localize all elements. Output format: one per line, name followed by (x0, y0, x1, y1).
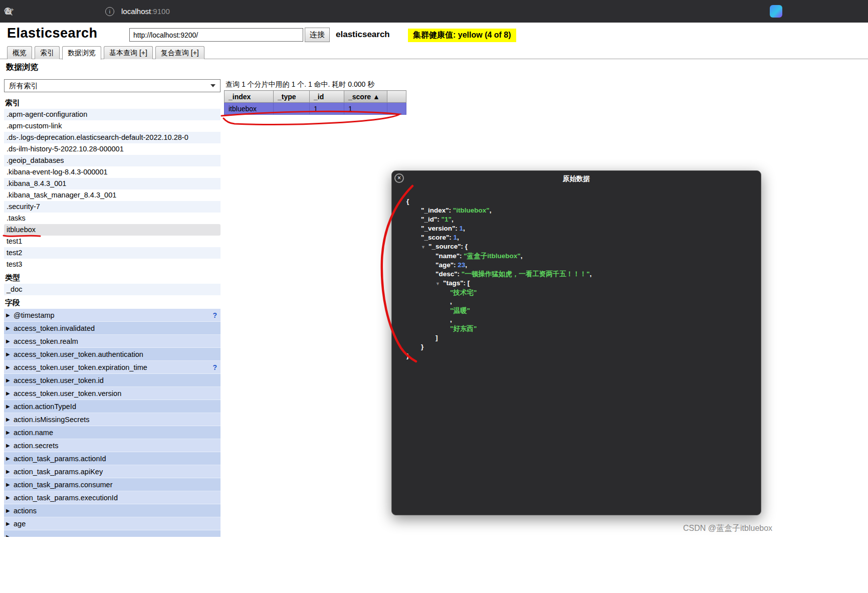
index-item[interactable]: test1 (4, 236, 221, 247)
site-info-icon[interactable]: i (105, 7, 114, 16)
field-item[interactable]: ▶ (4, 530, 221, 537)
column-header[interactable]: _type (274, 91, 310, 103)
expand-icon[interactable]: ▶ (6, 417, 14, 422)
url-text[interactable]: localhost:9100 (121, 7, 170, 16)
add-favorite-icon[interactable]: ☆+ (0, 0, 17, 23)
field-label: action.name (14, 429, 217, 437)
field-label: actions (14, 507, 217, 515)
index-item[interactable]: .security-7 (4, 201, 221, 213)
field-item[interactable]: ▶action_task_params.actionId (4, 452, 221, 465)
json-line: "_score": 1, (406, 233, 757, 242)
chevron-down-icon (210, 84, 215, 87)
index-item[interactable]: .geoip_databases (4, 155, 221, 166)
json-line: "_id": "1", (406, 215, 757, 224)
index-filter-select[interactable]: 所有索引 (4, 79, 221, 92)
tab-overview[interactable]: 概览 (7, 46, 32, 59)
expand-icon[interactable]: ▶ (6, 482, 14, 487)
field-item[interactable]: ▶access_token.user_token.expiration_time… (4, 361, 221, 374)
help-link[interactable]: ? (212, 311, 217, 319)
index-item[interactable]: .tasks (4, 213, 221, 224)
collapse-icon[interactable]: ▼ (436, 279, 443, 288)
index-item[interactable]: test2 (4, 247, 221, 259)
tab-compound-query[interactable]: 复合查询 [+] (155, 46, 204, 59)
expand-icon[interactable]: ▶ (6, 430, 14, 435)
index-item[interactable]: .kibana_8.4.3_001 (4, 178, 221, 189)
expand-icon[interactable]: ▶ (6, 534, 14, 537)
column-header[interactable]: _id (310, 91, 344, 103)
result-cell[interactable]: 1 (310, 103, 344, 115)
field-label: action_task_params.apiKey (14, 468, 217, 476)
field-item[interactable]: ▶actions (4, 504, 221, 517)
field-item[interactable]: ▶access_token.user_token.version (4, 387, 221, 400)
field-label: access_token.user_token.authentication (14, 350, 217, 358)
expand-icon[interactable]: ▶ (6, 443, 14, 448)
connect-button[interactable]: 连接 (305, 28, 330, 42)
column-header[interactable] (387, 91, 406, 103)
result-cell[interactable]: 1 (344, 103, 387, 115)
field-label: action.isMissingSecrets (14, 416, 217, 424)
json-line: { (406, 197, 757, 206)
help-link[interactable]: ? (212, 363, 217, 371)
column-header[interactable]: _score ▲ (344, 91, 387, 103)
field-item[interactable]: ▶access_token.user_token.authentication (4, 348, 221, 361)
field-item[interactable]: ▶age (4, 517, 221, 530)
index-item[interactable]: itbluebox (4, 224, 221, 236)
index-item[interactable]: .apm-agent-configuration (4, 109, 221, 120)
json-line: "age": 23, (406, 261, 757, 270)
tab-basic-query[interactable]: 基本查询 [+] (104, 46, 153, 59)
result-cell[interactable]: itbluebox (225, 103, 274, 115)
result-cell[interactable] (274, 103, 310, 115)
url-port: :9100 (151, 7, 170, 16)
browser-sidebar-icon[interactable] (770, 5, 782, 18)
type-list: _doc (4, 284, 221, 295)
column-header[interactable]: _index (225, 91, 274, 103)
close-icon[interactable]: × (394, 173, 404, 183)
connect-url-input[interactable] (129, 28, 303, 42)
expand-icon[interactable]: ▶ (6, 521, 14, 526)
index-item[interactable]: .ds-ilm-history-5-2022.10.28-000001 (4, 143, 221, 155)
expand-icon[interactable]: ▶ (6, 508, 14, 513)
expand-icon[interactable]: ▶ (6, 495, 14, 500)
json-line: "_index": "itbluebox", (406, 206, 757, 215)
address-bar[interactable]: i localhost:9100 (105, 0, 170, 23)
result-row[interactable]: itbluebox11 (225, 103, 406, 115)
expand-icon[interactable]: ▶ (6, 469, 14, 474)
field-item[interactable]: ▶@timestamp? (4, 309, 221, 322)
field-item[interactable]: ▶access_token.realm (4, 335, 221, 348)
field-item[interactable]: ▶action_task_params.executionId (4, 491, 221, 504)
index-item[interactable]: .apm-custom-link (4, 120, 221, 132)
expand-icon[interactable]: ▶ (6, 377, 14, 383)
index-item[interactable]: .kibana_task_manager_8.4.3_001 (4, 189, 221, 201)
field-item[interactable]: ▶action.actionTypeId (4, 400, 221, 413)
expand-icon[interactable]: ▶ (6, 364, 14, 370)
index-item[interactable]: .ds-.logs-deprecation.elasticsearch-defa… (4, 132, 221, 143)
tab-indices[interactable]: 索引 (35, 46, 60, 59)
watermark: CSDN @蓝盒子itbluebox (683, 523, 772, 534)
expand-icon[interactable]: ▶ (6, 351, 14, 357)
field-label: action_task_params.consumer (14, 481, 217, 489)
expand-icon[interactable]: ▶ (6, 390, 14, 396)
expand-icon[interactable]: ▶ (6, 456, 14, 461)
json-line: , (406, 315, 757, 324)
collapse-icon[interactable]: ▼ (421, 243, 428, 252)
field-item[interactable]: ▶action_task_params.apiKey (4, 465, 221, 478)
field-item[interactable]: ▶action.name (4, 426, 221, 439)
index-item[interactable]: .kibana-event-log-8.4.3-000001 (4, 166, 221, 178)
field-item[interactable]: ▶action_task_params.consumer (4, 478, 221, 491)
index-item[interactable]: test3 (4, 259, 221, 270)
field-item[interactable]: ▶action.isMissingSecrets (4, 413, 221, 426)
field-item[interactable]: ▶action.secrets (4, 439, 221, 452)
expand-icon[interactable]: ▶ (6, 325, 14, 331)
json-line: "好东西" (406, 324, 757, 333)
expand-icon[interactable]: ▶ (6, 404, 14, 409)
expand-icon[interactable]: ▶ (6, 338, 14, 344)
field-item[interactable]: ▶access_token.invalidated (4, 322, 221, 335)
tab-data-browser[interactable]: 数据浏览 (62, 46, 101, 60)
field-item[interactable]: ▶access_token.user_token.id (4, 374, 221, 387)
type-item[interactable]: _doc (4, 284, 221, 295)
expand-icon[interactable]: ▶ (6, 312, 14, 318)
json-line: "_version": 1, (406, 224, 757, 233)
result-cell[interactable] (387, 103, 406, 115)
browser-chrome: ← ↻ ⌂ i localhost:9100 A⁾ ☆+ (0, 0, 868, 23)
json-line: } (406, 351, 757, 360)
